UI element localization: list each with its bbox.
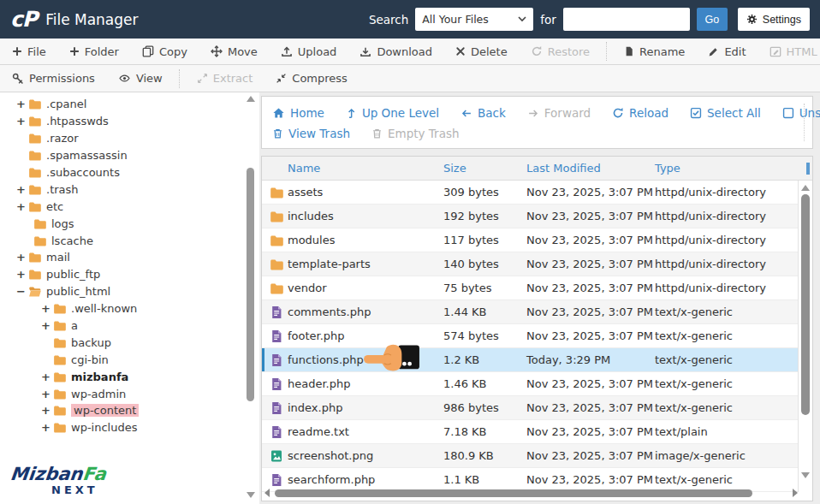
- table-vertical-thumb[interactable]: [801, 194, 810, 415]
- table-row-readme-txt[interactable]: readme.txt7.18 KBNov 23, 2025, 3:07 PMte…: [262, 420, 798, 444]
- table-row-index-php[interactable]: index.php986 bytesNov 23, 2025, 3:07 PMt…: [262, 396, 798, 420]
- toolbar-button-copy[interactable]: Copy: [142, 45, 187, 58]
- file-modified: Nov 23, 2025, 3:07 PM: [526, 401, 655, 414]
- expand-toggle[interactable]: +: [41, 319, 53, 332]
- tree-item-mizbanfa[interactable]: +mizbanfa: [0, 368, 239, 385]
- expand-toggle[interactable]: +: [41, 371, 53, 383]
- tree-item-cgi-bin[interactable]: cgi-bin: [0, 351, 239, 368]
- table-row-screenshot-png[interactable]: screenshot.png180.9 KBNov 23, 2025, 3:07…: [262, 444, 798, 468]
- table-row-footer-php[interactable]: footer.php574 bytesNov 23, 2025, 3:07 PM…: [262, 324, 798, 348]
- tree-item-mail[interactable]: +mail: [0, 249, 239, 266]
- tree-item-htpasswds[interactable]: +.htpasswds: [0, 113, 239, 130]
- scroll-down-arrow[interactable]: [247, 492, 255, 498]
- tree-item-label: lscache: [51, 234, 93, 247]
- expand-toggle[interactable]: +: [41, 302, 53, 315]
- folder-icon: [33, 217, 46, 230]
- toolbar-button-view[interactable]: View: [118, 72, 163, 85]
- expand-toggle[interactable]: +: [16, 268, 28, 281]
- toolbar-button-restore-label: Restore: [548, 45, 590, 58]
- table-row-header-php[interactable]: header.php1.46 KBNov 23, 2025, 3:07 PMte…: [262, 372, 798, 396]
- table-row-modules[interactable]: modules117 bytesNov 23, 2025, 3:07 PMhtt…: [262, 228, 798, 252]
- tree-item-logs[interactable]: logs: [0, 215, 239, 232]
- expand-toggle[interactable]: +: [16, 200, 28, 213]
- nav-button-empty-trash: Empty Trash: [371, 127, 460, 140]
- column-header-last-modified[interactable]: Last Modified: [526, 162, 655, 175]
- tree-item-a[interactable]: +a: [0, 317, 239, 335]
- expand-toggle[interactable]: +: [41, 388, 53, 400]
- nav-button-select-all[interactable]: Select All: [690, 106, 761, 120]
- file-size: 1.44 KB: [443, 305, 526, 318]
- expand-toggle[interactable]: +: [41, 421, 53, 434]
- table-scroll-right-arrow[interactable]: [793, 489, 798, 497]
- settings-button[interactable]: Settings: [738, 8, 810, 31]
- expand-toggle[interactable]: +: [16, 115, 28, 127]
- toolbar-button-edit-label: Edit: [724, 45, 746, 58]
- tree-item-etc[interactable]: +etc: [0, 198, 239, 215]
- table-row-includes[interactable]: includes192 bytesNov 23, 2025, 3:07 PMht…: [262, 205, 798, 228]
- sidebar-scrollbar-thumb[interactable]: [247, 168, 254, 401]
- expand-toggle[interactable]: +: [16, 98, 28, 110]
- nav-button-reload[interactable]: Reload: [612, 106, 668, 120]
- search-input[interactable]: [563, 8, 690, 31]
- table-row-template-parts[interactable]: template-parts140 bytesNov 23, 2025, 3:0…: [262, 252, 798, 276]
- file-name: modules: [288, 234, 443, 246]
- row-icon-cell: [262, 401, 288, 415]
- folder-icon: [28, 268, 41, 281]
- tree-item-public-html[interactable]: −public_html: [0, 283, 239, 300]
- tree-item-subaccounts[interactable]: .subaccounts: [0, 164, 239, 181]
- expand-toggle[interactable]: +: [16, 183, 28, 196]
- tree-item-label: .spamassassin: [46, 149, 128, 162]
- table-scroll-down-arrow[interactable]: [801, 472, 810, 478]
- tree-item-wp-content[interactable]: +wp-content: [0, 402, 239, 419]
- tree-item-backup[interactable]: backup: [0, 334, 239, 351]
- table-row-comments-php[interactable]: comments.php1.44 KBNov 23, 2025, 3:07 PM…: [262, 300, 798, 324]
- file-name: screenshot.png: [288, 449, 443, 462]
- mizbanfa-logo: MizbanFa NEXT: [10, 465, 106, 495]
- table-scroll-up-arrow[interactable]: [801, 185, 810, 191]
- search-go-button[interactable]: Go: [697, 8, 728, 31]
- checkbox-checked-icon: [690, 107, 702, 119]
- tree-item-public-ftp[interactable]: +public_ftp: [0, 266, 239, 283]
- expand-toggle[interactable]: +: [41, 404, 53, 417]
- nav-button-view-trash[interactable]: View Trash: [272, 127, 350, 140]
- toolbar-button-rename[interactable]: Rename: [624, 45, 685, 58]
- table-horizontal-thumb[interactable]: [275, 489, 752, 497]
- toolbar-button-folder[interactable]: Folder: [69, 45, 119, 58]
- file-name: vendor: [288, 282, 443, 294]
- nav-button-back[interactable]: Back: [461, 106, 506, 120]
- tree-item-cpanel[interactable]: +.cpanel: [0, 96, 239, 113]
- tree-item-razor[interactable]: .razor: [0, 130, 239, 147]
- nav-button-unselect-all[interactable]: Unselect All: [782, 106, 820, 120]
- column-header-size[interactable]: Size: [443, 162, 526, 175]
- tree-item-label: .razor: [46, 132, 79, 145]
- table-row-assets[interactable]: assets309 bytesNov 23, 2025, 3:07 PMhttp…: [262, 181, 798, 205]
- toolbar-button-move[interactable]: Move: [211, 45, 258, 58]
- collapse-toggle[interactable]: −: [16, 285, 28, 298]
- toolbar-button-permissions[interactable]: Permissions: [12, 72, 95, 85]
- scroll-up-arrow[interactable]: [247, 96, 255, 102]
- table-scroll-left-arrow[interactable]: [264, 489, 270, 497]
- toolbar-button-upload[interactable]: Upload: [281, 45, 337, 58]
- tree-item-wp-admin[interactable]: +wp-admin: [0, 385, 239, 402]
- tree-item-lscache[interactable]: lscache: [0, 232, 239, 249]
- toolbar-button-file[interactable]: File: [12, 45, 46, 58]
- nav-button-up-one-level[interactable]: Up One Level: [346, 106, 439, 120]
- file-size: 986 bytes: [443, 401, 526, 414]
- column-header-type[interactable]: Type: [655, 162, 812, 175]
- search-scope-select[interactable]: All Your Files: [415, 8, 533, 31]
- toolbar-button-compress[interactable]: Compress: [276, 72, 348, 85]
- nav-button-home[interactable]: Home: [272, 106, 324, 120]
- tree-item-wp-includes[interactable]: +wp-includes: [0, 419, 239, 436]
- column-header-name[interactable]: Name: [288, 162, 443, 175]
- file-type: httpd/unix-directory: [655, 234, 798, 246]
- toolbar-button-edit[interactable]: Edit: [708, 45, 746, 58]
- table-row-vendor[interactable]: vendor75 bytesNov 23, 2025, 3:07 PMhttpd…: [262, 276, 798, 300]
- expand-toggle[interactable]: +: [16, 251, 28, 264]
- toolbar-button-download[interactable]: Download: [359, 45, 432, 58]
- toolbar-button-delete[interactable]: Delete: [455, 45, 508, 58]
- tree-item-spamassassin[interactable]: .spamassassin: [0, 147, 239, 164]
- table-row-functions-php[interactable]: functions.php1.2 KBToday, 3:29 PMtext/x-…: [262, 348, 798, 372]
- tree-item-well-known[interactable]: +.well-known: [0, 300, 239, 317]
- tree-item-trash[interactable]: +.trash: [0, 181, 239, 198]
- nav-button-reload-label: Reload: [629, 106, 668, 120]
